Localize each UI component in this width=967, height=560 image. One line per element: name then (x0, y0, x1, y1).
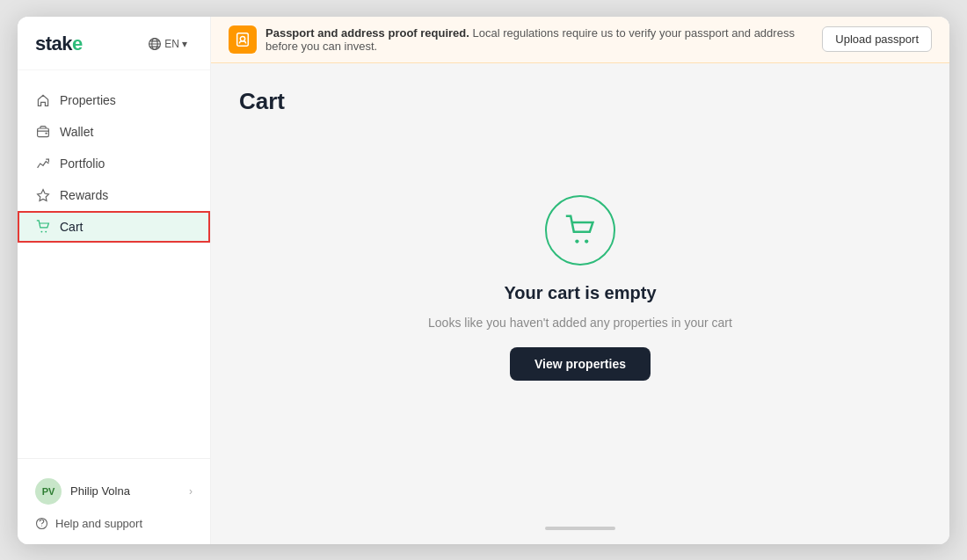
nav-menu: Properties Wallet (18, 70, 210, 458)
empty-cart-state: Your cart is empty Looks like you haven'… (239, 136, 921, 493)
cart-page: Cart Your cart is empty Looks like you h… (211, 63, 949, 518)
banner-text: Passport and address proof required. Loc… (265, 26, 813, 53)
help-label: Help and support (55, 517, 142, 530)
lang-chevron: ▾ (182, 38, 187, 50)
svg-point-12 (240, 36, 244, 40)
sidebar-item-label: Rewards (60, 188, 108, 202)
sidebar-bottom: PV Philip Volna › Help and support (18, 458, 210, 544)
sidebar-logo: stake EN ▾ (18, 17, 210, 70)
passport-icon (229, 25, 257, 54)
sidebar-item-label: Wallet (60, 125, 93, 139)
chevron-right-icon: › (189, 485, 193, 498)
help-icon (35, 517, 48, 530)
lang-label: EN (164, 38, 179, 50)
svg-point-9 (45, 230, 47, 232)
svg-rect-6 (45, 132, 47, 134)
svg-marker-7 (38, 189, 49, 200)
globe-icon (148, 37, 162, 51)
svg-point-13 (575, 239, 578, 243)
sidebar-item-label: Cart (60, 220, 83, 234)
sidebar-item-properties[interactable]: Properties (18, 84, 210, 116)
avatar: PV (35, 478, 62, 505)
sidebar-item-wallet[interactable]: Wallet (18, 116, 210, 148)
app-logo: stake (35, 33, 83, 55)
rewards-icon (35, 187, 51, 203)
sidebar-item-label: Portfolio (60, 156, 105, 171)
sidebar-item-portfolio[interactable]: Portfolio (18, 148, 210, 179)
sidebar-item-cart[interactable]: Cart (18, 211, 210, 243)
sidebar: stake EN ▾ (18, 17, 211, 544)
empty-cart-icon (545, 195, 615, 265)
sidebar-item-rewards[interactable]: Rewards (18, 179, 210, 211)
user-profile-row[interactable]: PV Philip Volna › (35, 473, 193, 510)
svg-point-8 (40, 230, 42, 232)
app-window: stake EN ▾ (18, 17, 949, 544)
svg-rect-11 (237, 33, 249, 45)
wallet-icon (35, 124, 51, 140)
main-content: Passport and address proof required. Loc… (211, 17, 949, 544)
empty-cart-title: Your cart is empty (504, 283, 656, 303)
sidebar-item-label: Properties (60, 93, 116, 107)
svg-point-14 (585, 239, 588, 243)
bottom-indicator (545, 527, 615, 530)
cart-icon (35, 219, 51, 235)
page-title: Cart (239, 88, 921, 115)
upload-passport-button[interactable]: Upload passport (822, 26, 932, 52)
user-name: Philip Volna (70, 484, 180, 498)
bottom-bar (211, 518, 949, 544)
verification-banner: Passport and address proof required. Loc… (211, 17, 949, 63)
view-properties-button[interactable]: View properties (510, 347, 651, 381)
portfolio-icon (35, 156, 51, 171)
language-selector[interactable]: EN ▾ (142, 34, 193, 54)
banner-title: Passport and address proof required. (265, 26, 469, 40)
empty-cart-subtitle: Looks like you haven't added any propert… (428, 316, 732, 330)
svg-rect-5 (38, 128, 49, 137)
help-support-link[interactable]: Help and support (35, 510, 193, 530)
home-icon (35, 92, 51, 108)
